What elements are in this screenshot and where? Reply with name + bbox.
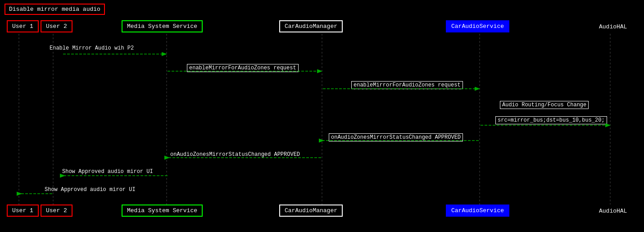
- msg-7: onAudioZonesMirrorStatusChanged APPROVED: [170, 151, 300, 158]
- actor-cam-bottom: CarAudioManager: [279, 205, 343, 217]
- msg-8: Show Approved audio miror UI: [62, 168, 153, 175]
- actor-cas-bottom: CarAudioService: [446, 205, 509, 217]
- actor-user1-top: User 1: [7, 20, 39, 32]
- diagram-container: Disable mirror media audio User 1 User 2…: [0, 0, 644, 232]
- msg-9: Show Approved audio miror UI: [45, 187, 136, 193]
- title-text: Disable mirror media audio: [9, 6, 100, 13]
- msg-5: src=mirror_bus;dst=bus_10,bus_20;: [495, 116, 607, 124]
- msg-3: enableMirrorForAudioZones request: [351, 81, 463, 89]
- actor-user2-top: User 2: [41, 20, 73, 32]
- actor-mss-bottom: Media System Service: [122, 205, 203, 217]
- actor-ahl-top: AudioHAL: [599, 23, 627, 30]
- msg-4: Audio Routing/Focus Change: [500, 101, 589, 109]
- actor-cas-top: CarAudioService: [446, 20, 509, 32]
- msg-1: Enable Mirror Audio wih P2: [50, 45, 134, 51]
- msg-2: enableMirrorForAudioZones request: [187, 64, 299, 72]
- actor-mss-top: Media System Service: [122, 20, 203, 32]
- title-box: Disable mirror media audio: [5, 4, 105, 15]
- msg-6: onAudioZonesMirrorStatusChanged APPROVED: [329, 133, 463, 141]
- actor-ahl-bottom: AudioHAL: [599, 208, 627, 214]
- actor-cam-top: CarAudioManager: [279, 20, 343, 32]
- actor-user2-bottom: User 2: [41, 205, 73, 217]
- actor-user1-bottom: User 1: [7, 205, 39, 217]
